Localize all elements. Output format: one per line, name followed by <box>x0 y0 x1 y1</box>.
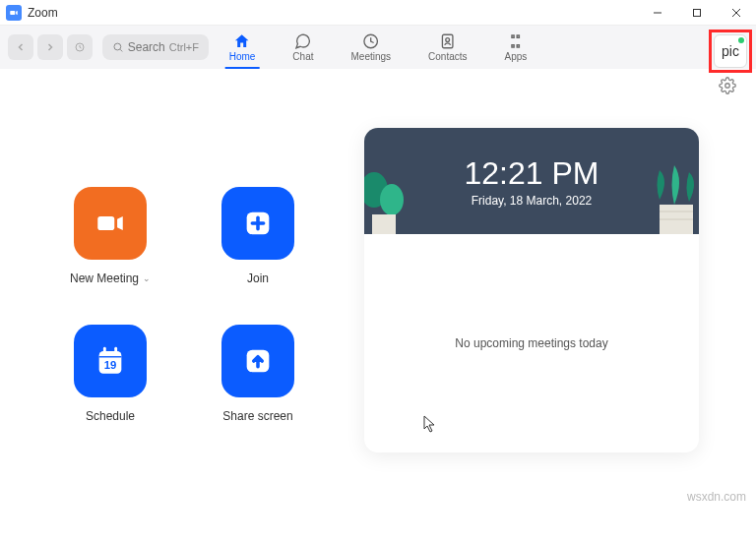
tab-chat[interactable]: Chat <box>288 26 317 69</box>
history-back-button[interactable] <box>8 34 33 60</box>
join-button[interactable]: Join <box>207 187 309 285</box>
svg-point-23 <box>380 184 404 215</box>
join-label: Join <box>247 272 269 285</box>
settings-button[interactable] <box>719 77 736 98</box>
chat-icon <box>294 32 312 50</box>
home-icon <box>233 32 251 50</box>
maximize-button[interactable] <box>677 0 717 26</box>
svg-rect-12 <box>97 216 114 230</box>
zoom-app-icon <box>6 5 22 21</box>
search-input[interactable]: Search Ctrl+F <box>102 34 209 60</box>
schedule-button[interactable]: 19 Schedule <box>59 325 161 423</box>
share-screen-button[interactable]: Share screen <box>207 325 309 423</box>
calendar-card: 12:21 PM Friday, 18 March, 2022 No upcom… <box>364 128 699 452</box>
svg-rect-24 <box>372 214 396 234</box>
plant-decoration-left <box>364 170 413 234</box>
nav-tabs: Home Chat Meetings Contacts Apps <box>225 26 532 69</box>
tab-contacts[interactable]: Contacts <box>424 26 471 69</box>
apps-icon <box>507 32 525 50</box>
presence-indicator <box>738 37 744 43</box>
cursor-icon <box>423 415 437 433</box>
svg-text:19: 19 <box>104 359 117 371</box>
contacts-icon <box>439 32 457 50</box>
history-forward-button[interactable] <box>37 34 63 60</box>
tab-contacts-label: Contacts <box>428 51 467 62</box>
plus-icon <box>241 207 275 240</box>
clock-icon <box>362 32 380 50</box>
window-controls <box>638 0 756 26</box>
minimize-button[interactable] <box>638 0 677 26</box>
calendar-icon: 19 <box>94 344 127 378</box>
clock-date: Friday, 18 March, 2022 <box>472 194 593 208</box>
video-icon <box>94 207 127 240</box>
clock-time: 12:21 PM <box>465 155 599 192</box>
profile-highlight: pic <box>709 30 752 73</box>
chevron-down-icon[interactable]: ⌄ <box>143 273 151 283</box>
tab-meetings-label: Meetings <box>350 51 391 62</box>
svg-line-7 <box>120 49 122 51</box>
search-icon <box>112 41 124 53</box>
tab-home-label: Home <box>229 51 256 62</box>
profile-button[interactable]: pic <box>714 34 747 68</box>
close-button[interactable] <box>717 0 756 26</box>
window-title: Zoom <box>28 6 58 20</box>
watermark: wsxdn.com <box>687 490 746 504</box>
profile-text: pic <box>722 43 739 59</box>
actions-grid: New Meeting⌄ Join 19 Schedule Share sc <box>59 108 354 462</box>
tab-chat-label: Chat <box>292 51 313 62</box>
tab-apps[interactable]: Apps <box>501 26 532 69</box>
no-meetings-text: No upcoming meetings today <box>455 336 607 350</box>
search-label: Search <box>128 40 165 54</box>
svg-rect-0 <box>10 10 15 14</box>
svg-rect-2 <box>694 9 701 16</box>
history-list-button[interactable] <box>67 34 93 60</box>
title-bar: Zoom <box>0 0 756 26</box>
svg-point-10 <box>446 38 450 42</box>
plant-decoration-right <box>640 160 699 234</box>
tab-meetings[interactable]: Meetings <box>346 26 395 69</box>
calendar-header: 12:21 PM Friday, 18 March, 2022 <box>364 128 699 234</box>
schedule-label: Schedule <box>86 409 135 423</box>
gear-icon <box>719 77 736 94</box>
tab-home[interactable]: Home <box>225 26 260 69</box>
share-icon <box>241 344 275 378</box>
new-meeting-label: New Meeting <box>70 272 139 285</box>
main-content: New Meeting⌄ Join 19 Schedule Share sc <box>0 98 756 462</box>
new-meeting-button[interactable]: New Meeting⌄ <box>59 187 161 285</box>
search-shortcut: Ctrl+F <box>169 41 199 53</box>
svg-point-6 <box>114 43 121 50</box>
toolbar: Search Ctrl+F Home Chat Meetings Contact… <box>0 26 756 69</box>
svg-point-11 <box>725 84 730 89</box>
share-label: Share screen <box>222 409 292 423</box>
tab-apps-label: Apps <box>505 51 528 62</box>
calendar-body: No upcoming meetings today <box>364 234 699 452</box>
